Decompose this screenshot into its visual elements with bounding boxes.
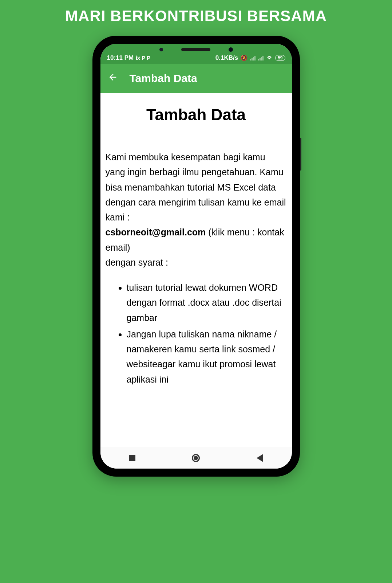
content-area[interactable]: Tambah Data Kami membuka kesempatan bagi… — [100, 93, 292, 447]
recent-apps-button[interactable] — [127, 453, 137, 463]
battery-icon: 59 — [275, 55, 285, 61]
mute-icon: 🔕 — [241, 55, 248, 61]
signal-icon — [250, 56, 256, 60]
square-icon — [129, 455, 135, 461]
list-item: Jangan lupa tuliskan nama nikname / nama… — [127, 327, 287, 387]
status-right: 0.1KB/s 🔕 59 — [215, 54, 285, 62]
speaker-icon — [181, 48, 210, 51]
phone-wrapper: 10:11 PM ⅸ P P 0.1KB/s 🔕 59 — [0, 36, 392, 477]
phone-notch — [92, 47, 300, 52]
wifi-icon — [266, 55, 273, 61]
banner-title: MARI BERKONTRIBUSI BERSAMA — [0, 0, 392, 36]
circle-icon — [192, 454, 200, 462]
back-arrow-icon[interactable] — [108, 72, 118, 85]
phone-frame: 10:11 PM ⅸ P P 0.1KB/s 🔕 59 — [92, 36, 300, 477]
page-title: Tambah Data — [106, 106, 287, 124]
intro-text: Kami membuka kesempatan bagi kamu yang i… — [106, 152, 286, 222]
navigation-bar — [100, 447, 292, 469]
network-speed: 0.1KB/s — [215, 54, 238, 62]
app-bar-title: Tambah Data — [130, 72, 197, 85]
divider — [106, 135, 287, 135]
camera-icon — [229, 47, 233, 52]
app-bar: Tambah Data — [100, 64, 292, 93]
requirements-list: tulisan tutorial lewat dokumen WORD deng… — [106, 280, 287, 387]
email-address: csborneoit@gmail.com — [106, 227, 206, 237]
condition-text: dengan syarat : — [106, 257, 168, 267]
status-bar: 10:11 PM ⅸ P P 0.1KB/s 🔕 59 — [100, 44, 292, 64]
phone-screen: 10:11 PM ⅸ P P 0.1KB/s 🔕 59 — [100, 44, 292, 469]
triangle-icon — [257, 454, 263, 462]
intro-paragraph: Kami membuka kesempatan bagi kamu yang i… — [106, 150, 287, 270]
status-time: 10:11 PM — [107, 54, 134, 62]
home-button[interactable] — [191, 453, 201, 463]
sensor-icon — [159, 48, 163, 51]
list-item: tulisan tutorial lewat dokumen WORD deng… — [127, 280, 287, 325]
signal-icon-2 — [258, 56, 264, 60]
status-indicator-icons: ⅸ P P — [136, 55, 150, 61]
back-button[interactable] — [255, 453, 265, 463]
status-left: 10:11 PM ⅸ P P — [107, 54, 151, 62]
